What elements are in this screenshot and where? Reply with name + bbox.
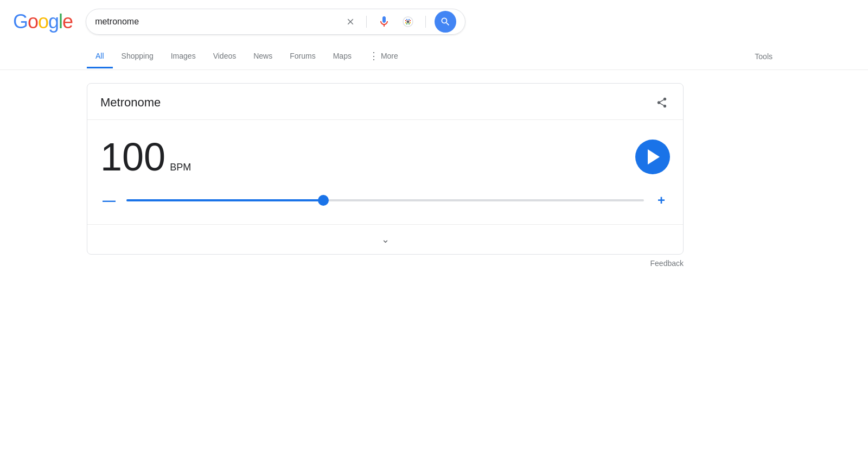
- tab-maps[interactable]: Maps: [324, 45, 360, 68]
- lens-button[interactable]: [399, 13, 417, 30]
- header: G o o g l e metronome: [0, 0, 868, 43]
- slider-section: — +: [87, 192, 683, 224]
- bpm-unit: BPM: [170, 162, 191, 173]
- widget-title: Metronome: [100, 96, 161, 110]
- share-button[interactable]: [654, 94, 670, 111]
- tab-images[interactable]: Images: [162, 45, 205, 68]
- search-icons: [343, 11, 456, 33]
- separator: [366, 16, 367, 28]
- tools-tab[interactable]: Tools: [746, 46, 781, 67]
- tab-forums[interactable]: Forums: [281, 45, 324, 68]
- feedback-link[interactable]: Feedback: [650, 259, 684, 268]
- tab-videos[interactable]: Videos: [205, 45, 245, 68]
- logo-g2: g: [48, 10, 59, 33]
- logo-e: e: [62, 10, 73, 33]
- widget-header: Metronome: [87, 84, 683, 120]
- search-bar: metronome: [86, 9, 465, 35]
- bpm-display: 100 BPM: [100, 137, 191, 176]
- play-icon: [648, 149, 660, 164]
- tab-all[interactable]: All: [87, 45, 113, 68]
- google-logo: G o o g l e: [13, 10, 73, 33]
- clear-button[interactable]: [343, 15, 358, 29]
- feedback-row: Feedback: [87, 255, 684, 272]
- metronome-widget: Metronome 100 BPM —: [87, 83, 684, 255]
- logo-g: G: [13, 10, 28, 33]
- bpm-value: 100: [100, 137, 165, 176]
- main-content: Metronome 100 BPM —: [0, 70, 868, 285]
- expand-section[interactable]: ⌄: [87, 224, 683, 254]
- microphone-button[interactable]: [375, 13, 393, 30]
- logo-l: l: [59, 10, 62, 33]
- search-input[interactable]: metronome: [95, 17, 337, 27]
- logo-o1: o: [28, 10, 38, 33]
- nav-tabs: All Shopping Images Videos News Forums M…: [0, 43, 868, 70]
- widget-body: 100 BPM: [87, 120, 683, 192]
- increase-bpm-button[interactable]: +: [653, 192, 670, 209]
- tab-more[interactable]: ⋮ More: [360, 43, 407, 70]
- logo-o2: o: [38, 10, 48, 33]
- slider-container: [126, 195, 644, 206]
- play-button[interactable]: [635, 140, 670, 174]
- tab-shopping[interactable]: Shopping: [113, 45, 162, 68]
- decrease-bpm-button[interactable]: —: [100, 192, 118, 209]
- search-button[interactable]: [435, 11, 456, 33]
- separator2: [425, 16, 426, 28]
- chevron-down-icon: ⌄: [381, 233, 390, 245]
- tab-news[interactable]: News: [245, 45, 281, 68]
- svg-point-1: [407, 21, 410, 23]
